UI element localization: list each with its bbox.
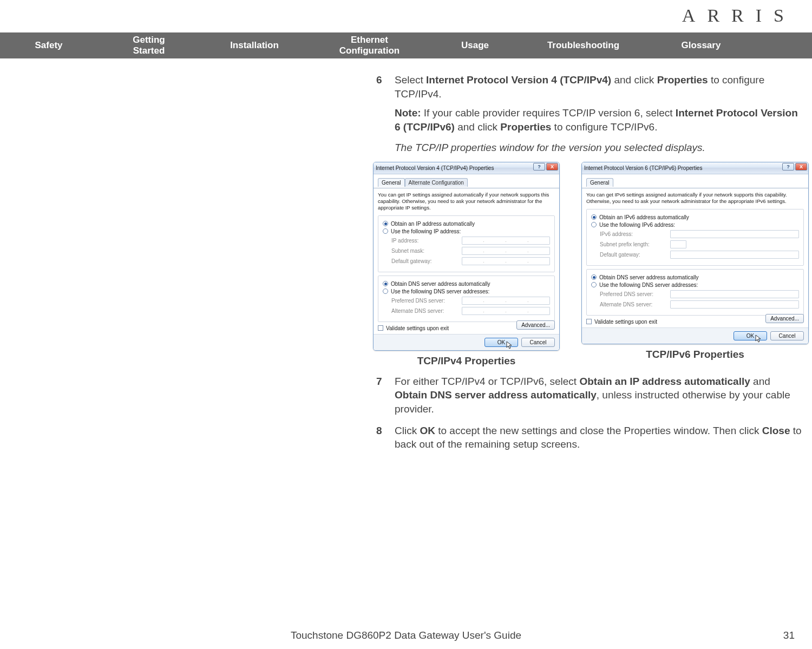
ipv6-radio-use-dns-label: Use the following DNS server addresses:: [599, 282, 698, 288]
ipv6-title: Internet Protocol Version 6 (TCP/IPv6) P…: [584, 165, 702, 171]
ipv6-ip-input[interactable]: [670, 230, 799, 238]
ipv4-radio-use-ip[interactable]: [383, 228, 388, 234]
ipv6-cancel-button[interactable]: Cancel: [770, 331, 804, 340]
ipv4-ip-group: Obtain an IP address automatically Use t…: [378, 215, 555, 272]
ipv4-radio-use-ip-label: Use the following IP address:: [391, 228, 461, 234]
step-6-note-bold-2: Properties: [500, 121, 551, 133]
step-7-text-2: and: [750, 376, 770, 387]
step-6-text-2: and click: [611, 74, 657, 86]
step-8: 8 Click OK to accept the new settings an…: [376, 424, 802, 451]
step-7: 7 For either TCP/IPv4 or TCP/IPv6, selec…: [376, 375, 802, 416]
ipv6-ok-button[interactable]: OK: [734, 331, 767, 340]
nav-safety[interactable]: Safety: [0, 40, 97, 51]
cursor-icon: [755, 335, 762, 343]
ipv6-caption: TCP/IPv6 Properties: [581, 349, 809, 360]
step-8-bold-1: OK: [420, 425, 435, 436]
ipv4-pref-dns-input[interactable]: ...: [462, 297, 550, 305]
ipv4-cancel-button[interactable]: Cancel: [521, 338, 555, 347]
ipv6-close-button[interactable]: X: [795, 163, 807, 171]
ipv4-tab-general[interactable]: General: [378, 178, 405, 187]
step-6-note-3: to configure TCP/IPv6.: [551, 121, 657, 133]
ipv6-radio-auto-dns[interactable]: [591, 274, 597, 280]
step-6-note-1: If your cable provider requires TCP/IP v…: [421, 107, 676, 119]
ipv6-gw-input[interactable]: [670, 251, 799, 259]
ipv6-validate-label: Validate settings upon exit: [594, 319, 657, 325]
ipv4-advanced-button[interactable]: Advanced...: [516, 320, 555, 330]
ipv6-prefix-label: Subnet prefix length:: [600, 241, 670, 247]
step-6-italic: The TCP/IP properties window for the ver…: [395, 141, 802, 155]
ipv4-ok-button[interactable]: OK: [484, 338, 518, 347]
ipv4-gw-label: Default gateway:: [391, 258, 462, 264]
nav-getting-line1: Getting: [97, 35, 200, 45]
ipv6-help-button[interactable]: ?: [782, 163, 794, 171]
ipv6-prefix-input[interactable]: [670, 240, 686, 248]
ipv4-mask-label: Subnet mask:: [391, 248, 462, 254]
ipv4-title: Internet Protocol Version 4 (TCP/IPv4) P…: [376, 165, 494, 171]
ipv4-gw-input[interactable]: ...: [462, 257, 550, 265]
nav-ethernet-line1: Ethernet: [309, 35, 430, 45]
page-number: 31: [783, 630, 795, 641]
step-6-bold-1: Internet Protocol Version 4 (TCP/IPv4): [426, 74, 611, 86]
ipv6-tab-general[interactable]: General: [586, 178, 613, 187]
ipv6-dns-group: Obtain DNS server address automatically …: [586, 269, 804, 316]
ipv4-ip-input[interactable]: ...: [462, 237, 550, 245]
ipv4-radio-use-dns[interactable]: [383, 289, 388, 294]
ipv4-radio-auto-ip-label: Obtain an IP address automatically: [391, 221, 475, 227]
cursor-icon: [506, 341, 513, 350]
ipv6-dialog: Internet Protocol Version 6 (TCP/IPv6) P…: [581, 162, 809, 344]
step-6-bold-2: Properties: [657, 74, 708, 86]
footer-title: Touchstone DG860P2 Data Gateway User's G…: [0, 630, 812, 641]
nav-glossary[interactable]: Glossary: [647, 40, 755, 51]
ipv4-mask-input[interactable]: ...: [462, 247, 550, 255]
ipv6-radio-auto-ip-label: Obtain an IPv6 address automatically: [599, 214, 689, 220]
nav-getting-line2: Started: [97, 45, 200, 56]
ipv4-tab-alternate[interactable]: Alternate Configuration: [405, 178, 468, 187]
step-6-note-2: and click: [455, 121, 500, 133]
ipv6-pref-dns-label: Preferred DNS server:: [600, 291, 670, 297]
ipv6-titlebar[interactable]: Internet Protocol Version 6 (TCP/IPv6) P…: [582, 162, 808, 174]
ipv6-radio-auto-ip[interactable]: [591, 214, 597, 220]
ipv4-radio-auto-dns[interactable]: [383, 281, 388, 286]
nav-installation[interactable]: Installation: [200, 40, 309, 51]
ipv6-radio-use-dns[interactable]: [591, 282, 597, 287]
ipv4-description: You can get IP settings assigned automat…: [378, 192, 555, 211]
ipv6-gw-label: Default gateway:: [600, 252, 670, 258]
step-7-bold-2: Obtain DNS server address automatically: [395, 389, 597, 401]
ipv4-caption: TCP/IPv4 Properties: [373, 355, 560, 367]
ipv6-alt-dns-input[interactable]: [670, 300, 799, 309]
ipv4-pref-dns-label: Preferred DNS server:: [391, 298, 462, 304]
ipv6-radio-auto-dns-label: Obtain DNS server address automatically: [599, 274, 698, 280]
step-7-num: 7: [376, 375, 395, 416]
brand-logo: ARRIS: [682, 5, 796, 26]
ipv6-ip-label: IPv6 address:: [600, 231, 670, 237]
ipv4-radio-auto-ip[interactable]: [383, 221, 388, 226]
nav-ethernet-line2: Configuration: [309, 45, 430, 56]
ipv6-advanced-button[interactable]: Advanced...: [765, 314, 804, 323]
ipv6-ip-group: Obtain an IPv6 address automatically Use…: [586, 209, 804, 266]
ipv4-titlebar[interactable]: Internet Protocol Version 4 (TCP/IPv4) P…: [374, 162, 559, 174]
step-8-text-2: to accept the new settings and close the…: [435, 425, 762, 436]
ipv4-ip-label: IP address:: [391, 238, 462, 244]
step-8-text-1: Click: [395, 425, 420, 436]
step-8-bold-2: Close: [762, 425, 790, 436]
ipv4-validate-checkbox[interactable]: [378, 325, 383, 331]
ipv4-alt-dns-label: Alternate DNS server:: [391, 308, 462, 314]
dialog-screenshots: Internet Protocol Version 4 (TCP/IPv4) P…: [373, 162, 802, 367]
content-area: 6 Select Internet Protocol Version 4 (TC…: [376, 73, 802, 459]
ipv4-dialog: Internet Protocol Version 4 (TCP/IPv4) P…: [373, 162, 560, 351]
ipv4-help-button[interactable]: ?: [533, 163, 545, 171]
nav-usage[interactable]: Usage: [430, 40, 520, 51]
step-6-note-label: Note:: [395, 107, 421, 119]
ipv6-validate-checkbox[interactable]: [586, 319, 592, 324]
nav-troubleshooting[interactable]: Troubleshooting: [520, 40, 647, 51]
ipv4-alt-dns-input[interactable]: ...: [462, 307, 550, 315]
ipv4-radio-auto-dns-label: Obtain DNS server address automatically: [391, 281, 490, 287]
ipv6-radio-use-ip[interactable]: [591, 222, 597, 227]
nav-getting-started[interactable]: Getting Started: [97, 35, 200, 57]
main-nav: Safety Getting Started Installation Ethe…: [0, 32, 812, 58]
ipv6-alt-dns-label: Alternate DNS server:: [600, 301, 670, 307]
ipv4-dns-group: Obtain DNS server address automatically …: [378, 276, 555, 322]
ipv4-close-button[interactable]: X: [546, 163, 558, 171]
ipv6-pref-dns-input[interactable]: [670, 290, 799, 298]
nav-ethernet-config[interactable]: Ethernet Configuration: [309, 35, 430, 57]
